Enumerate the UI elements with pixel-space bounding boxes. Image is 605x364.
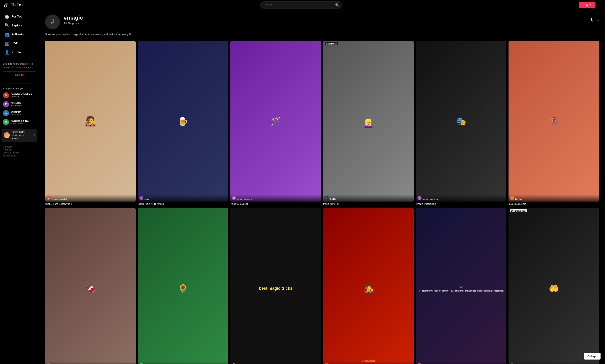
sidebar-divider-2: [3, 83, 36, 83]
hashtag-actions: ···: [589, 18, 599, 23]
video-thumb-2: 🍺 M myuz4: [138, 41, 228, 202]
get-app-button[interactable]: Get app: [584, 353, 601, 360]
profile-icon: 👤: [4, 50, 9, 55]
compass-icon: 🔍: [4, 23, 9, 28]
video-title-4: Magic TRICK by: [323, 203, 414, 206]
sidebar-login-button[interactable]: Log in: [3, 72, 36, 78]
video-card-10[interactable]: 🧑‍🎤 Mr.Ajaymagic M mr.ajaymagic135 Bottl…: [323, 208, 414, 364]
login-button[interactable]: Log in: [579, 2, 595, 8]
video-card-1[interactable]: 🧑‍🎤 M mr.ajaymagic135 Rubber Band Unbeli…: [45, 41, 136, 206]
name-fer: Fer Realpe: [11, 104, 22, 107]
video-title-6: magic nagin #join: [509, 203, 599, 206]
video-username-2: myuz4: [144, 198, 151, 200]
create-effects-box[interactable]: ✨ Create TikTok effects, get a reward ✕: [1, 129, 38, 142]
video-thumb-9: best magic tricks M magic_ma5: [231, 208, 321, 364]
sidebar-item-profile[interactable]: 👤 Profile: [1, 48, 38, 57]
effects-close-button[interactable]: ✕: [33, 134, 35, 137]
share-button[interactable]: [589, 18, 593, 23]
hashtag-header: # #magic 19.7M posts: [45, 14, 599, 29]
logo-text: TikTok: [11, 3, 24, 7]
sidebar-label-profile: Profile: [12, 51, 21, 54]
video-overlay-9: M magic_ma5: [231, 362, 321, 364]
video-username-3: roman_magic_nn: [237, 198, 253, 200]
video-thumb-8: 🌻 I imadmagician ✓: [138, 208, 228, 364]
sidebar-item-live[interactable]: 📺 LIVE: [1, 39, 38, 48]
video-card-5[interactable]: 🎭 R roman_magic_nn #magic #magictricks: [416, 41, 506, 206]
tiktok-logo[interactable]: TikTok: [3, 2, 24, 8]
video-thumb-3: 🪄 R roman_magic_nn: [231, 41, 321, 202]
main-content: # #magic 19.7M posts: [39, 10, 605, 364]
video-card-6[interactable]: 🏃‍♀️ L lux_live_ magic nagin #join: [509, 41, 599, 206]
video-avatar-9: M: [232, 363, 236, 364]
suggested-info-willsmith: willsmith ✓ Will Smith: [11, 110, 24, 116]
suggested-user-willsmith[interactable]: W willsmith ✓ Will Smith: [0, 109, 39, 117]
suggested-user-fer[interactable]: F fer.realpe Fer Realpe: [0, 100, 39, 109]
search-bar[interactable]: 🔍: [260, 1, 342, 9]
username-fer: fer.realpe: [11, 102, 22, 104]
video-avatar-12: M: [510, 363, 514, 364]
hashtag-info: #magic 19.7M posts ···: [64, 14, 599, 25]
suggested-user-naszdaniel[interactable]: N naszdaniel0411 ✓ Nasz Dániel: [0, 117, 39, 127]
effects-text: Create TikTok effects, get a reward: [12, 130, 31, 140]
video-title-5: #magic #magictricks: [416, 203, 506, 206]
video-avatar-10: M: [325, 363, 329, 364]
avatar-fer: F: [3, 101, 9, 107]
video-thumb-11: ⓘ The actions in this video are performe…: [416, 208, 506, 364]
video-thumb-7: 🍫 R roman_magic_nn: [45, 208, 136, 364]
hashtag-icon: #: [45, 14, 60, 29]
avatar-naszdaniel: N: [3, 119, 9, 125]
verified-icon-naszdaniel: ✓: [29, 120, 31, 122]
sidebar-label-for-you: For You: [12, 15, 23, 18]
video-warning-11: ⓘ The actions in this video are performe…: [416, 208, 506, 364]
video-avatar-5: R: [417, 196, 422, 200]
live-icon: 📺: [4, 41, 9, 46]
video-avatar-6: L: [510, 196, 514, 200]
footer-program[interactable]: Program: [3, 148, 36, 151]
more-options-button[interactable]: ⋮: [598, 3, 602, 7]
hashtag-more-button[interactable]: ···: [596, 18, 599, 23]
username-naszdani: naszdani.rp.editek: [11, 92, 32, 95]
name-naszdani: rp.editek: [11, 95, 32, 98]
footer-company[interactable]: Company: [3, 145, 36, 148]
video-avatar-2: M: [139, 196, 143, 200]
sidebar-label-live: LIVE: [12, 42, 18, 45]
footer-terms[interactable]: Terms & Policies: [3, 151, 36, 154]
name-willsmith: Will Smith: [11, 113, 24, 116]
video-card-7[interactable]: 🍫 R roman_magic_nn #фокус #magic: [45, 208, 136, 364]
home-icon: 🏠: [4, 14, 9, 19]
video-card-8[interactable]: 🌻 I imadmagician ✓: [138, 208, 228, 364]
suggested-info-naszdani: naszdani.rp.editek rp.editek: [11, 92, 32, 98]
sidebar-item-explore[interactable]: 🔍 Explore: [1, 21, 38, 30]
sidebar-footer: Company Program Terms & Policies © 2024 …: [0, 144, 39, 158]
avatar-willsmith: W: [3, 110, 9, 116]
main-layout: 🏠 For You 🔍 Explore 👥 Following 📺 LIVE 👤…: [0, 10, 605, 364]
video-card-9[interactable]: best magic tricks M magic_ma5 Best magic…: [231, 208, 321, 364]
video-avatar-11: M: [417, 363, 422, 364]
sidebar: 🏠 For You 🔍 Explore 👥 Following 📺 LIVE 👤…: [0, 10, 39, 364]
video-card-11[interactable]: ⓘ The actions in this video are performe…: [416, 208, 506, 364]
video-card-12[interactable]: 10s magic trick 🤲 M magic_sharing #magic…: [509, 208, 599, 364]
video-thumb-4: inst:ibralile 👱‍♀️ I ibralile: [323, 41, 414, 202]
suggested-info-fer: fer.realpe Fer Realpe: [11, 102, 22, 107]
video-card-2[interactable]: 🍺 M myuz4 Magic Tricks 🪄🃏 #magic: [138, 41, 228, 206]
video-thumb-5: 🎭 R roman_magic_nn: [416, 41, 506, 202]
following-icon: 👥: [4, 32, 9, 37]
video-card-3[interactable]: 🪄 R roman_magic_nn #magic #magician: [231, 41, 321, 206]
sidebar-item-for-you[interactable]: 🏠 For You: [1, 12, 38, 21]
video-card-4[interactable]: inst:ibralile 👱‍♀️ I ibralile Magic TRIC…: [323, 41, 414, 206]
video-avatar-4: I: [325, 196, 329, 200]
video-avatar-1: M: [47, 196, 51, 200]
sidebar-label-following: Following: [12, 33, 26, 36]
video-overlay-5: R roman_magic_nn: [416, 195, 506, 202]
search-input[interactable]: [264, 3, 334, 7]
video-avatar-7: R: [47, 363, 51, 364]
video-title-2: Magic Tricks 🪄🃏 #magic: [138, 203, 228, 206]
video-overlay-10: M mr.ajaymagic135: [323, 362, 414, 364]
video-thumb-10: 🧑‍🎤 Mr.Ajaymagic M mr.ajaymagic135: [323, 208, 414, 364]
effects-icon: ✨: [4, 132, 10, 138]
footer-copyright: © 2024 TikTok: [3, 155, 17, 157]
suggested-user-naszdani[interactable]: N naszdani.rp.editek rp.editek: [0, 91, 39, 100]
video-overlay-11: M magic_ma5: [416, 362, 506, 364]
video-overlay-3: R roman_magic_nn: [231, 195, 321, 202]
sidebar-item-following[interactable]: 👥 Following: [1, 30, 38, 39]
